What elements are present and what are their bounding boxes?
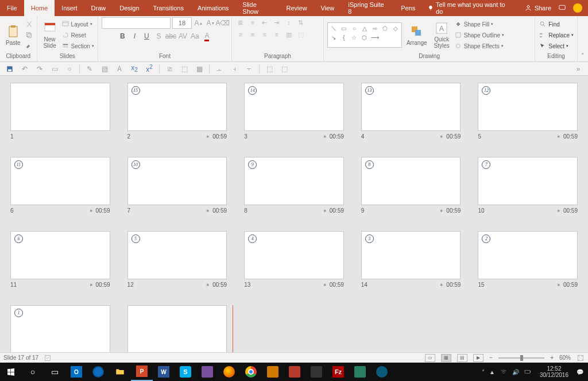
shape-fill-button[interactable]: Shape Fill▾ — [454, 19, 504, 29]
slide-thumb[interactable]: 4 — [244, 231, 344, 279]
save-button[interactable] — [5, 64, 15, 74]
redo-button[interactable]: ↷ — [34, 64, 45, 74]
tb-outlook[interactable]: O — [65, 363, 87, 381]
tab-review[interactable]: Review — [280, 0, 314, 16]
tab-insert[interactable]: Insert — [55, 0, 84, 16]
slide-16[interactable]: 116✶00:59 — [10, 305, 110, 352]
slide-sorter[interactable]: 1152✶00:59143✶00:59134✶00:59125✶00:59116… — [0, 76, 588, 352]
shrink-font-button[interactable]: A▼ — [206, 18, 216, 28]
sorter-view-button[interactable]: ▦ — [441, 354, 451, 362]
tab-animations[interactable]: Animations — [191, 0, 235, 16]
cut-button[interactable] — [25, 19, 33, 29]
tb-filezilla[interactable]: Fz — [327, 363, 349, 381]
tray-network-icon[interactable]: ▲ — [489, 369, 495, 375]
slideshow-view-button[interactable]: ▶ — [473, 354, 483, 362]
tab-pens[interactable]: Pens — [394, 0, 422, 16]
bullets-button[interactable]: ≣ — [235, 17, 246, 28]
text-direction-button[interactable]: ⇅ — [296, 17, 306, 28]
slide-3[interactable]: 143✶00:59 — [244, 83, 344, 140]
line-spacing-button[interactable]: ↕ — [284, 17, 294, 28]
slide-thumb[interactable]: 6 — [10, 231, 110, 279]
qat-pen[interactable]: ✎ — [84, 64, 95, 74]
tab-slide-show[interactable]: Slide Show — [235, 0, 279, 16]
clock[interactable]: 12:52 30/12/2016 — [536, 365, 572, 378]
undo-button[interactable]: ↶ — [20, 64, 30, 74]
zoom-in-button[interactable]: + — [550, 355, 554, 361]
tb-app2[interactable] — [284, 363, 305, 381]
slide-thumb[interactable]: 10 — [127, 157, 227, 205]
spellcheck-icon[interactable] — [44, 355, 51, 361]
paste-button[interactable]: Paste — [3, 24, 23, 47]
slide-thumb[interactable]: 14 — [244, 83, 344, 131]
align-center-button[interactable]: ≡ — [247, 29, 258, 40]
columns-button[interactable]: ▥ — [284, 29, 294, 40]
slide-12[interactable]: 512✶00:59 — [127, 231, 227, 288]
qat-subscript[interactable]: x2 — [129, 64, 140, 74]
smartart-button[interactable]: ⬚ — [296, 29, 306, 40]
tab-file[interactable]: File — [0, 0, 24, 16]
tab-view[interactable]: View — [314, 0, 342, 16]
tb-app3[interactable] — [305, 363, 327, 381]
slide-13[interactable]: 413✶00:59 — [244, 231, 344, 288]
slide-thumb[interactable]: 7 — [478, 157, 578, 205]
indent-dec-button[interactable]: ⇤ — [260, 17, 270, 28]
slide-thumb[interactable]: 13 — [361, 83, 461, 131]
slide-thumb[interactable]: 5 — [127, 231, 227, 279]
quick-styles-button[interactable]: A Quick Styles — [432, 20, 452, 50]
slide-15[interactable]: 215✶00:59 — [478, 231, 578, 288]
notifications-icon[interactable]: 💬 — [577, 369, 583, 375]
italic-button[interactable]: I — [129, 31, 140, 41]
slide-9[interactable]: 89✶00:59 — [361, 157, 461, 214]
qat-align3[interactable]: ⫟ — [244, 64, 254, 74]
select-button[interactable]: Select▾ — [539, 41, 574, 51]
format-painter-button[interactable] — [25, 41, 33, 51]
clear-format-button[interactable]: A⌫ — [218, 18, 228, 28]
change-case-button[interactable]: Aa — [189, 31, 200, 41]
slide-thumb[interactable] — [10, 83, 110, 131]
slide-thumb[interactable] — [127, 305, 227, 352]
tb-word[interactable]: W — [153, 363, 175, 381]
slide-thumb[interactable]: 11 — [10, 157, 110, 205]
slide-thumb[interactable]: 1 — [10, 305, 110, 352]
bold-button[interactable]: B — [117, 31, 127, 41]
slide-thumb[interactable]: 15 — [127, 83, 227, 131]
tb-app1[interactable] — [196, 363, 218, 381]
shape-outline-button[interactable]: Shape Outline▾ — [454, 30, 504, 40]
find-button[interactable]: Find — [539, 19, 574, 29]
qat-misc1[interactable]: ⎚ — [164, 64, 175, 74]
tab-draw[interactable]: Draw — [84, 0, 113, 16]
qat-overflow[interactable]: » — [573, 64, 583, 74]
reset-button[interactable]: Reset — [61, 30, 94, 40]
shadow-button[interactable]: S — [153, 31, 164, 41]
section-button[interactable]: Section▾ — [61, 41, 94, 51]
system-tray[interactable]: ˄ ▲ 🔊 12:52 30/12/2016 💬 — [477, 365, 588, 378]
qat-highlight[interactable]: ▤ — [99, 64, 110, 74]
slide-14[interactable]: 314✶00:59 — [361, 231, 461, 288]
char-spacing-button[interactable]: AV — [177, 31, 188, 41]
volume-icon[interactable]: 🔊 — [512, 369, 519, 375]
slide-8[interactable]: 98✶00:59 — [244, 157, 344, 214]
slide-thumb[interactable]: 9 — [244, 157, 344, 205]
wifi-icon[interactable] — [500, 368, 508, 375]
qat-misc3[interactable]: ▦ — [194, 64, 204, 74]
tb-skype[interactable]: S — [175, 363, 196, 381]
qat-shape2[interactable]: ○ — [64, 64, 75, 74]
replace-button[interactable]: abacReplace▾ — [539, 30, 574, 40]
slide-thumb[interactable]: 8 — [361, 157, 461, 205]
tray-up-icon[interactable]: ˄ — [482, 369, 485, 375]
grow-font-button[interactable]: A▲ — [194, 18, 204, 28]
slide-5[interactable]: 125✶00:59 — [478, 83, 578, 140]
slide-thumb[interactable]: 3 — [361, 231, 461, 279]
shapes-gallery[interactable]: ＼▭○△⇨⬠ ◇↘{☆⬡⟶ — [327, 22, 402, 48]
font-size-input[interactable]: 18 — [172, 17, 192, 29]
qat-align2[interactable]: ⫞ — [229, 64, 239, 74]
qat-font[interactable]: A — [114, 64, 125, 74]
layout-button[interactable]: Layout▾ — [61, 19, 94, 29]
align-left-button[interactable]: ≡ — [235, 29, 246, 40]
tab-home[interactable]: Home — [24, 0, 55, 16]
tb-app4[interactable] — [349, 363, 371, 381]
slide-2[interactable]: 152✶00:59 — [127, 83, 227, 140]
numbering-button[interactable]: ≡ — [247, 17, 258, 28]
qat-misc2[interactable]: ⬚ — [179, 64, 189, 74]
collapse-ribbon-button[interactable]: ˄ — [578, 16, 588, 61]
